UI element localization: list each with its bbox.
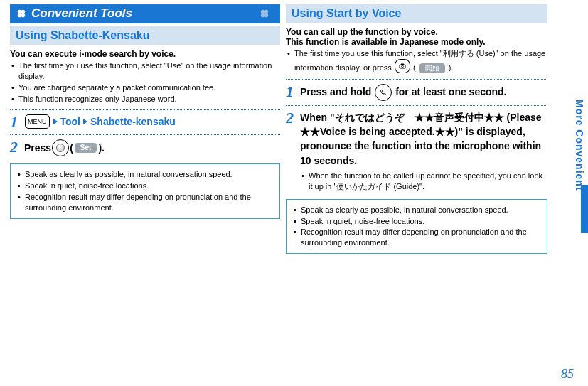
step2-prefix: Press bbox=[24, 141, 51, 156]
step-number: 2 bbox=[10, 139, 24, 155]
dotted-divider bbox=[10, 134, 280, 135]
camera-button-icon bbox=[395, 59, 410, 73]
set-tag: Set bbox=[75, 143, 97, 153]
svg-point-4 bbox=[261, 10, 265, 14]
dotted-divider bbox=[10, 109, 280, 110]
tip-item: Recognition result may differ depending … bbox=[18, 192, 274, 213]
bullet-item: The first time you use this function, se… bbox=[287, 48, 547, 73]
left-column: Convenient Tools Using Shabette-Kensaku … bbox=[0, 0, 283, 265]
menu-button-icon: MENU bbox=[25, 114, 50, 129]
svg-point-5 bbox=[264, 10, 269, 14]
step-2-right: 2 When "それではどうぞ ★★音声受付中★★ (Please ★★Voic… bbox=[286, 110, 547, 192]
left-bullets: The first time you use this function, se… bbox=[10, 60, 280, 104]
step2-text: When "それではどうぞ ★★音声受付中★★ (Please ★★Voice … bbox=[300, 110, 547, 168]
clover-icon bbox=[259, 8, 270, 19]
step-2-left: 2 Press ( Set ). bbox=[10, 139, 280, 156]
left-subheader: Using Shabette-Kensaku bbox=[10, 26, 280, 45]
tip-item: Speak in quiet, noise-free locations. bbox=[294, 216, 541, 227]
clover-icon bbox=[16, 8, 27, 19]
tip-item: Recognition result may differ depending … bbox=[294, 227, 541, 248]
step-1-left: 1 MENU Tool Shabette-kensaku bbox=[10, 114, 280, 130]
tip-box-left: Speak as clearly as possible, in natural… bbox=[10, 163, 280, 218]
right-bullets: The first time you use this function, se… bbox=[286, 48, 547, 73]
step2-note: When the function to be called up cannot… bbox=[300, 171, 547, 192]
side-tab-label: More Convenient bbox=[574, 100, 585, 191]
step1a: Press and hold bbox=[300, 86, 374, 97]
page-number: 85 bbox=[561, 367, 574, 382]
right-intro-1: You can call up the function by voice. bbox=[286, 27, 547, 37]
ok-button-icon bbox=[52, 139, 69, 156]
svg-point-3 bbox=[21, 14, 26, 18]
svg-point-0 bbox=[18, 10, 22, 14]
svg-rect-10 bbox=[401, 63, 404, 65]
tip-box-right: Speak as clearly as possible, in natural… bbox=[286, 199, 547, 254]
tip-item: Speak in quiet, noise-free locations. bbox=[18, 181, 274, 191]
dotted-divider bbox=[286, 105, 547, 106]
step-number: 2 bbox=[286, 110, 300, 126]
bullet-item: The first time you use this function, se… bbox=[11, 60, 280, 82]
dotted-divider bbox=[286, 79, 547, 80]
arrow-icon bbox=[52, 118, 59, 125]
step-number: 1 bbox=[286, 84, 300, 100]
svg-point-1 bbox=[21, 10, 26, 14]
bullet-text-b: ). bbox=[449, 63, 454, 72]
right-column: Using Start by Voice You can call up the… bbox=[283, 0, 566, 265]
page: Convenient Tools Using Shabette-Kensaku … bbox=[0, 0, 588, 265]
tip-item: Speak as clearly as possible, in natural… bbox=[294, 205, 541, 215]
svg-point-9 bbox=[401, 65, 403, 68]
bullet-item: You are charged separately a packet comm… bbox=[11, 82, 280, 93]
step-1-right: 1 Press and hold for at least one second… bbox=[286, 84, 547, 101]
step1b: for at least one second. bbox=[395, 86, 506, 97]
svg-point-7 bbox=[264, 14, 269, 18]
start-tag: 開始 bbox=[419, 63, 445, 73]
step-number: 1 bbox=[10, 114, 24, 130]
step-word-shabette: Shabette-kensaku bbox=[90, 115, 176, 129]
arrow-icon bbox=[82, 118, 89, 125]
section-title: Convenient Tools bbox=[31, 6, 132, 21]
side-tab-indicator bbox=[581, 185, 588, 233]
step-word-tool: Tool bbox=[60, 115, 81, 129]
bullet-item: This function recognizes only Japanese w… bbox=[11, 94, 280, 104]
step2-suffix: ). bbox=[98, 141, 105, 156]
right-intro-2: This function is available in Japanese m… bbox=[286, 37, 547, 47]
svg-point-6 bbox=[261, 14, 265, 18]
tip-item: Speak as clearly as possible, in natural… bbox=[18, 169, 274, 180]
left-intro: You can execute i-mode search by voice. bbox=[10, 49, 280, 59]
right-subheader: Using Start by Voice bbox=[286, 4, 547, 23]
svg-point-2 bbox=[18, 14, 22, 18]
section-title-bar: Convenient Tools bbox=[10, 4, 280, 23]
call-button-icon bbox=[375, 84, 392, 101]
